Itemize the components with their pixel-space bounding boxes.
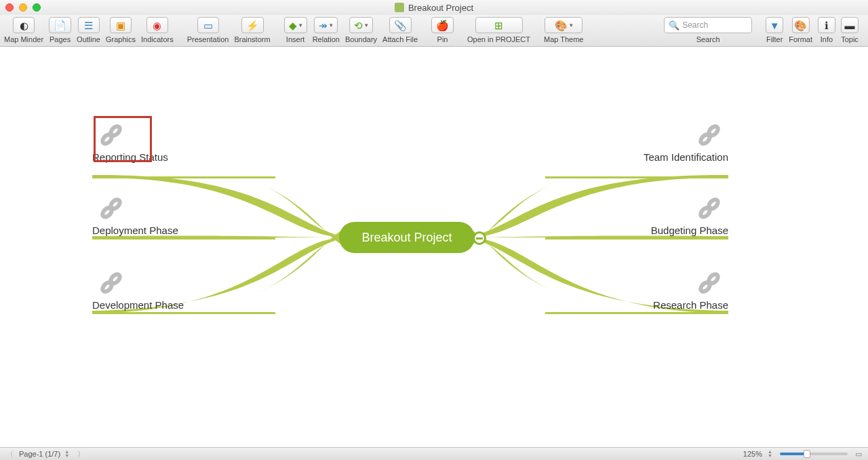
toolbar-label: Attach File	[382, 35, 418, 43]
hyperlink-icon	[696, 121, 723, 149]
toolbar-label: Indicators	[141, 35, 174, 43]
document-icon	[395, 3, 404, 12]
svg-line-2	[109, 133, 113, 137]
info-icon: ℹ	[825, 20, 829, 31]
maximize-icon[interactable]	[33, 3, 41, 12]
attach-file-button[interactable]: 📎	[389, 17, 412, 33]
toolbar-group-filter: ▼ Filter	[766, 17, 783, 43]
screen-icon: ▭	[203, 20, 213, 31]
svg-line-17	[707, 281, 711, 285]
zoom-slider[interactable]	[780, 453, 848, 455]
toolbar-label: Open in PROJECT	[467, 35, 530, 43]
mindmap: Breakout Project Reporting Status Deploy…	[0, 47, 868, 447]
fit-page-button[interactable]: ▭	[853, 449, 864, 459]
format-button[interactable]: 🎨	[792, 17, 810, 33]
bolt-icon: ⚡	[246, 20, 259, 31]
central-topic[interactable]: Breakout Project	[339, 222, 475, 253]
toolbar-label: Graphics	[106, 35, 136, 43]
boundary-button[interactable]: ⟲▾	[349, 17, 373, 33]
toolbar-group-outline: ☰ Outline	[77, 17, 100, 43]
toolbar-group-open-project: ⊞ Open in PROJECT	[467, 17, 530, 43]
hyperlink-icon	[696, 195, 723, 222]
toolbar-group-topic: ▬ Topic	[841, 17, 859, 43]
toolbar-label: Search	[696, 35, 720, 43]
palette-icon: 🎨	[794, 20, 807, 31]
toolbar-label: Pin	[437, 35, 448, 43]
canvas[interactable]: Breakout Project Reporting Status Deploy…	[0, 47, 868, 447]
minimize-icon[interactable]	[19, 3, 27, 12]
collapse-toggle[interactable]	[473, 231, 486, 245]
graphics-button[interactable]: ▣	[110, 17, 132, 33]
pin-icon: 🍎	[436, 20, 449, 31]
indicators-button[interactable]: ◉	[146, 17, 168, 33]
outline-button[interactable]: ☰	[78, 17, 100, 33]
chevron-down-icon: ▾	[570, 22, 573, 28]
pages-button[interactable]: 📄	[49, 17, 71, 33]
toolbar-group-search: 🔍 Search Search	[664, 17, 752, 43]
hyperlink-icon	[98, 195, 125, 222]
theme-icon: 🎨	[555, 20, 568, 31]
status-bar: 〈 Page-1 (1/7) ▲▼ 〉 125% ▲▼ ▭	[0, 447, 868, 460]
toolbar-group-map-theme: 🎨▾ Map Theme	[544, 17, 584, 43]
open-in-project-button[interactable]: ⊞	[475, 17, 523, 33]
arrow-icon: ↠	[319, 20, 328, 31]
search-placeholder: Search	[682, 20, 708, 30]
toolbar-group-insert: ◆▾ Insert	[284, 17, 307, 43]
toolbar-group-indicators: ◉ Indicators	[141, 17, 174, 43]
topic-node[interactable]: Research Phase	[552, 269, 728, 311]
toolbar-label: Boundary	[345, 35, 377, 43]
close-icon[interactable]	[5, 3, 14, 12]
window-controls	[5, 3, 41, 12]
toolbar-label: Topic	[841, 35, 859, 43]
filter-button[interactable]: ▼	[766, 17, 783, 33]
funnel-icon: ▼	[770, 20, 780, 31]
branch-underline	[545, 176, 728, 178]
zoom-stepper[interactable]: ▲▼	[768, 450, 774, 458]
toolbar-group-graphics: ▣ Graphics	[106, 17, 136, 43]
slider-thumb[interactable]	[804, 450, 810, 458]
toolbar-group-presentation: ▭ Presentation	[187, 17, 229, 43]
toolbar-group-pin: 🍎 Pin	[431, 17, 454, 43]
toolbar: ◐ Map Minder 📄 Pages ☰ Outline ▣ Graphic…	[0, 15, 868, 47]
topic-node[interactable]: Reporting Status	[92, 121, 269, 163]
toolbar-label: Brainstorm	[234, 35, 270, 43]
toolbar-label: Map Minder	[4, 35, 43, 43]
toolbar-group-brainstorm: ⚡ Brainstorm	[234, 17, 270, 43]
presentation-button[interactable]: ▭	[197, 17, 219, 33]
paperclip-icon: 📎	[394, 20, 407, 31]
topic-label: Deployment Phase	[92, 225, 269, 236]
next-page-button[interactable]: 〉	[75, 449, 86, 459]
branch-underline	[545, 312, 728, 314]
toolbar-label: Info	[821, 35, 833, 43]
map-minder-button[interactable]: ◐	[13, 17, 35, 33]
branch-underline	[92, 176, 275, 178]
share-icon: ⟲	[354, 20, 363, 31]
svg-line-5	[109, 206, 113, 210]
relation-button[interactable]: ↠▾	[314, 17, 338, 33]
toolbar-group-info: ℹ Info	[818, 17, 835, 43]
brainstorm-button[interactable]: ⚡	[241, 17, 264, 33]
map-theme-button[interactable]: 🎨▾	[545, 17, 583, 33]
chevron-down-icon: ▾	[365, 22, 368, 28]
topic-button[interactable]: ▬	[841, 17, 859, 33]
topic-node[interactable]: Development Phase	[92, 269, 269, 311]
window-title: Breakout Project	[395, 3, 473, 13]
insert-button[interactable]: ◆▾	[284, 17, 307, 33]
topic-node[interactable]: Team Identification	[552, 121, 728, 163]
pin-button[interactable]: 🍎	[431, 17, 454, 33]
topic-node[interactable]: Budgeting Phase	[552, 195, 728, 236]
topic-node[interactable]: Deployment Phase	[92, 195, 269, 236]
prev-page-button[interactable]: 〈	[4, 449, 15, 459]
page-stepper[interactable]: ▲▼	[64, 450, 71, 458]
topic-label: Team Identification	[552, 151, 728, 163]
hyperlink-icon	[98, 269, 125, 296]
toolbar-label: Insert	[286, 35, 305, 43]
info-button[interactable]: ℹ	[818, 17, 835, 33]
toolbar-label: Pages	[50, 35, 71, 43]
image-icon: ▣	[116, 20, 125, 31]
toolbar-group-format: 🎨 Format	[789, 17, 812, 43]
hyperlink-icon	[98, 121, 125, 149]
search-input[interactable]: 🔍 Search	[664, 17, 752, 33]
search-icon: 🔍	[669, 20, 679, 31]
page-indicator: Page-1 (1/7)	[19, 450, 60, 458]
